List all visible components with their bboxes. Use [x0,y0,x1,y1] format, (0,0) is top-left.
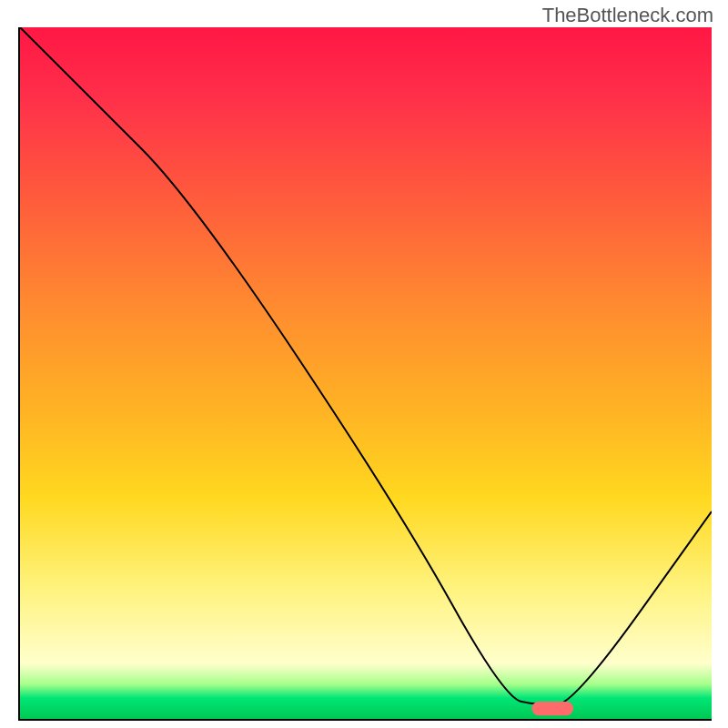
chart-container: TheBottleneck.com [0,0,728,728]
optimal-marker [531,702,573,715]
curve-svg [20,27,712,719]
plot-area [18,27,712,721]
bottleneck-curve [20,27,712,705]
watermark-text: TheBottleneck.com [542,4,713,27]
